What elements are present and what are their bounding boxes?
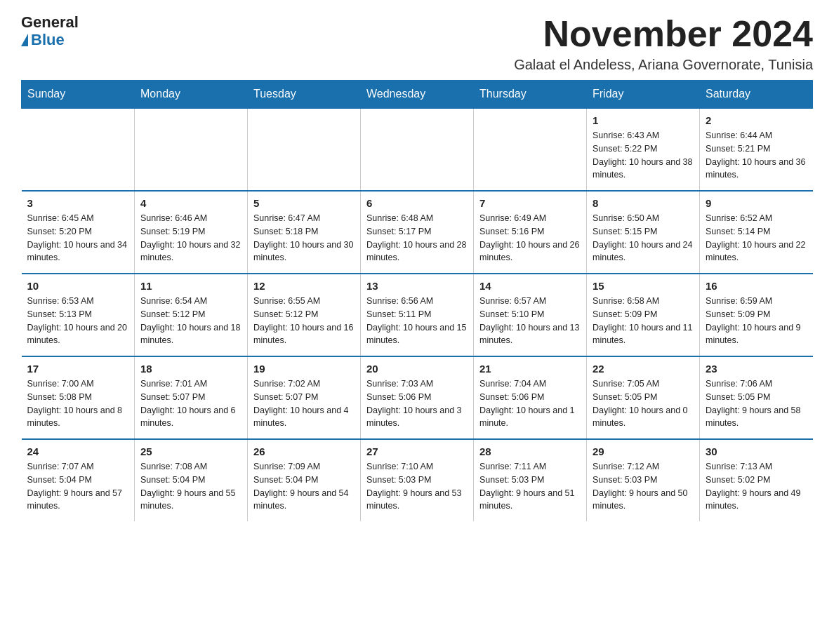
calendar-cell: 27Sunrise: 7:10 AMSunset: 5:03 PMDayligh… xyxy=(361,439,474,521)
day-info: Sunrise: 7:00 AMSunset: 5:08 PMDaylight:… xyxy=(27,377,129,430)
day-info: Sunrise: 6:48 AMSunset: 5:17 PMDaylight:… xyxy=(366,212,468,264)
day-info: Sunrise: 7:04 AMSunset: 5:06 PMDaylight:… xyxy=(479,377,581,430)
calendar-cell: 18Sunrise: 7:01 AMSunset: 5:07 PMDayligh… xyxy=(135,356,248,439)
day-info: Sunrise: 6:45 AMSunset: 5:20 PMDaylight:… xyxy=(27,212,129,264)
calendar-cell: 13Sunrise: 6:56 AMSunset: 5:11 PMDayligh… xyxy=(361,274,474,356)
day-info: Sunrise: 7:09 AMSunset: 5:04 PMDaylight:… xyxy=(253,460,355,513)
calendar-cell: 19Sunrise: 7:02 AMSunset: 5:07 PMDayligh… xyxy=(248,356,361,439)
calendar-cell: 28Sunrise: 7:11 AMSunset: 5:03 PMDayligh… xyxy=(474,439,587,521)
day-number: 21 xyxy=(479,363,581,375)
day-number: 3 xyxy=(27,197,129,209)
calendar-cell: 2Sunrise: 6:44 AMSunset: 5:21 PMDaylight… xyxy=(700,108,813,191)
calendar-cell: 24Sunrise: 7:07 AMSunset: 5:04 PMDayligh… xyxy=(22,439,135,521)
location-title: Galaat el Andeless, Ariana Governorate, … xyxy=(514,57,813,73)
day-info: Sunrise: 7:07 AMSunset: 5:04 PMDaylight:… xyxy=(27,460,129,513)
day-number: 12 xyxy=(253,280,355,292)
calendar-week-row: 24Sunrise: 7:07 AMSunset: 5:04 PMDayligh… xyxy=(22,439,813,521)
day-number: 19 xyxy=(253,363,355,375)
day-info: Sunrise: 7:02 AMSunset: 5:07 PMDaylight:… xyxy=(253,377,355,430)
day-info: Sunrise: 7:12 AMSunset: 5:03 PMDaylight:… xyxy=(593,460,694,513)
calendar-week-row: 17Sunrise: 7:00 AMSunset: 5:08 PMDayligh… xyxy=(22,356,813,439)
calendar-cell xyxy=(248,108,361,191)
logo: General Blue xyxy=(21,14,79,49)
calendar-cell: 21Sunrise: 7:04 AMSunset: 5:06 PMDayligh… xyxy=(474,356,587,439)
calendar-week-row: 1Sunrise: 6:43 AMSunset: 5:22 PMDaylight… xyxy=(22,108,813,191)
day-info: Sunrise: 7:11 AMSunset: 5:03 PMDaylight:… xyxy=(479,460,581,513)
day-number: 22 xyxy=(593,363,694,375)
calendar-cell: 15Sunrise: 6:58 AMSunset: 5:09 PMDayligh… xyxy=(587,274,700,356)
calendar-cell: 6Sunrise: 6:48 AMSunset: 5:17 PMDaylight… xyxy=(361,191,474,274)
day-number: 11 xyxy=(140,280,241,292)
logo-general-text: General xyxy=(21,14,79,31)
weekday-header-monday: Monday xyxy=(135,81,248,109)
weekday-header-tuesday: Tuesday xyxy=(248,81,361,109)
day-number: 24 xyxy=(27,445,129,457)
day-number: 26 xyxy=(253,445,355,457)
day-info: Sunrise: 6:43 AMSunset: 5:22 PMDaylight:… xyxy=(593,129,694,182)
calendar-cell: 8Sunrise: 6:50 AMSunset: 5:15 PMDaylight… xyxy=(587,191,700,274)
title-block: November 2024 Galaat el Andeless, Ariana… xyxy=(514,14,813,73)
day-number: 17 xyxy=(27,363,129,375)
day-number: 25 xyxy=(140,445,241,457)
day-info: Sunrise: 7:13 AMSunset: 5:02 PMDaylight:… xyxy=(706,460,807,513)
calendar-cell: 10Sunrise: 6:53 AMSunset: 5:13 PMDayligh… xyxy=(22,274,135,356)
weekday-header-saturday: Saturday xyxy=(700,81,813,109)
calendar-cell: 5Sunrise: 6:47 AMSunset: 5:18 PMDaylight… xyxy=(248,191,361,274)
day-info: Sunrise: 7:10 AMSunset: 5:03 PMDaylight:… xyxy=(366,460,468,513)
day-number: 5 xyxy=(253,197,355,209)
calendar-cell: 4Sunrise: 6:46 AMSunset: 5:19 PMDaylight… xyxy=(135,191,248,274)
calendar-cell: 3Sunrise: 6:45 AMSunset: 5:20 PMDaylight… xyxy=(22,191,135,274)
day-info: Sunrise: 6:58 AMSunset: 5:09 PMDaylight:… xyxy=(593,295,694,347)
calendar-header: SundayMondayTuesdayWednesdayThursdayFrid… xyxy=(22,81,813,109)
day-info: Sunrise: 6:47 AMSunset: 5:18 PMDaylight:… xyxy=(253,212,355,264)
calendar-cell xyxy=(361,108,474,191)
day-number: 4 xyxy=(140,197,241,209)
day-info: Sunrise: 6:53 AMSunset: 5:13 PMDaylight:… xyxy=(27,295,129,347)
page-header: General Blue November 2024 Galaat el And… xyxy=(21,14,813,73)
day-number: 15 xyxy=(593,280,694,292)
calendar-cell: 25Sunrise: 7:08 AMSunset: 5:04 PMDayligh… xyxy=(135,439,248,521)
day-number: 8 xyxy=(593,197,694,209)
day-info: Sunrise: 7:05 AMSunset: 5:05 PMDaylight:… xyxy=(593,377,694,430)
calendar-cell: 9Sunrise: 6:52 AMSunset: 5:14 PMDaylight… xyxy=(700,191,813,274)
calendar-cell: 30Sunrise: 7:13 AMSunset: 5:02 PMDayligh… xyxy=(700,439,813,521)
weekday-header-thursday: Thursday xyxy=(474,81,587,109)
calendar-cell: 29Sunrise: 7:12 AMSunset: 5:03 PMDayligh… xyxy=(587,439,700,521)
calendar-cell: 22Sunrise: 7:05 AMSunset: 5:05 PMDayligh… xyxy=(587,356,700,439)
day-number: 20 xyxy=(366,363,468,375)
day-info: Sunrise: 7:01 AMSunset: 5:07 PMDaylight:… xyxy=(140,377,241,430)
day-info: Sunrise: 7:03 AMSunset: 5:06 PMDaylight:… xyxy=(366,377,468,430)
calendar-cell: 7Sunrise: 6:49 AMSunset: 5:16 PMDaylight… xyxy=(474,191,587,274)
day-number: 27 xyxy=(366,445,468,457)
day-info: Sunrise: 6:50 AMSunset: 5:15 PMDaylight:… xyxy=(593,212,694,264)
calendar-cell: 20Sunrise: 7:03 AMSunset: 5:06 PMDayligh… xyxy=(361,356,474,439)
day-number: 14 xyxy=(479,280,581,292)
day-info: Sunrise: 6:55 AMSunset: 5:12 PMDaylight:… xyxy=(253,295,355,347)
calendar-cell: 17Sunrise: 7:00 AMSunset: 5:08 PMDayligh… xyxy=(22,356,135,439)
day-number: 1 xyxy=(593,114,694,126)
calendar-cell: 11Sunrise: 6:54 AMSunset: 5:12 PMDayligh… xyxy=(135,274,248,356)
calendar-cell: 16Sunrise: 6:59 AMSunset: 5:09 PMDayligh… xyxy=(700,274,813,356)
day-info: Sunrise: 6:54 AMSunset: 5:12 PMDaylight:… xyxy=(140,295,241,347)
weekday-header-friday: Friday xyxy=(587,81,700,109)
calendar-cell xyxy=(135,108,248,191)
weekday-header-wednesday: Wednesday xyxy=(361,81,474,109)
day-number: 28 xyxy=(479,445,581,457)
calendar-table: SundayMondayTuesdayWednesdayThursdayFrid… xyxy=(21,80,813,521)
logo-blue-text: Blue xyxy=(21,31,65,49)
day-number: 23 xyxy=(706,363,807,375)
month-title: November 2024 xyxy=(514,14,813,54)
calendar-cell: 26Sunrise: 7:09 AMSunset: 5:04 PMDayligh… xyxy=(248,439,361,521)
day-number: 18 xyxy=(140,363,241,375)
calendar-body: 1Sunrise: 6:43 AMSunset: 5:22 PMDaylight… xyxy=(22,108,813,521)
day-info: Sunrise: 6:49 AMSunset: 5:16 PMDaylight:… xyxy=(479,212,581,264)
calendar-cell: 1Sunrise: 6:43 AMSunset: 5:22 PMDaylight… xyxy=(587,108,700,191)
day-number: 30 xyxy=(706,445,807,457)
day-info: Sunrise: 7:06 AMSunset: 5:05 PMDaylight:… xyxy=(706,377,807,430)
day-number: 16 xyxy=(706,280,807,292)
calendar-cell xyxy=(22,108,135,191)
day-info: Sunrise: 6:52 AMSunset: 5:14 PMDaylight:… xyxy=(706,212,807,264)
day-number: 13 xyxy=(366,280,468,292)
day-number: 2 xyxy=(706,114,807,126)
day-info: Sunrise: 6:59 AMSunset: 5:09 PMDaylight:… xyxy=(706,295,807,347)
